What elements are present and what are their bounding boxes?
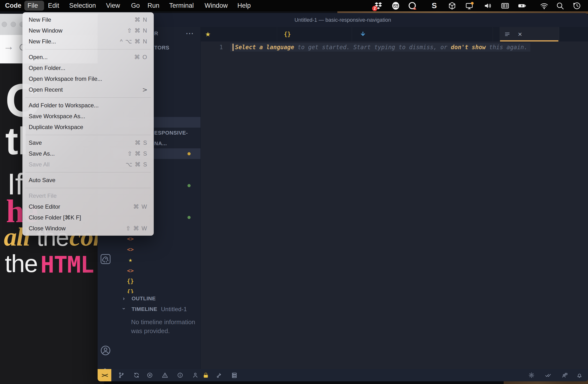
vscode-title-bar[interactable]: Untitled-1 — basic-responsive-navigation [98,13,588,27]
status-item-feedback[interactable] [562,372,568,379]
menu-separator [22,170,154,175]
svg-text:S: S [432,1,437,10]
html-code-icon: <> [127,244,134,255]
editor-tab-bar: ★{}×⋯ [201,27,588,42]
hint-link[interactable]: don't show [451,44,486,51]
menu-item-label: Auto Save [29,177,147,183]
menu-item-label: New File [29,16,134,23]
menu-item-label: Open Recent [29,86,142,93]
markdown-download-icon [359,31,367,38]
status-item-spell[interactable] [528,372,537,379]
file-menu-item-auto-save[interactable]: Auto Save [22,175,154,185]
menubar-item-selection[interactable]: Selection [68,0,97,11]
status-item-28[interactable] [177,372,185,379]
menu-item-shortcut: ⌘ O [134,54,147,61]
editor-pane[interactable]: 1 Select a language to get started. Star… [201,42,588,369]
file-menu-item-duplicate-workspace[interactable]: Duplicate Workspace [22,122,154,133]
remote-indicator[interactable]: >< [98,369,111,381]
menu-item-label: Close Window [29,225,126,232]
postgresql-icon[interactable] [100,253,111,265]
menubar-item-file[interactable]: File [26,0,39,11]
tray-sketch-icon[interactable]: S [430,1,440,10]
menubar-item-view[interactable]: View [105,0,121,11]
window-close-button[interactable] [2,22,7,27]
status-item-sync[interactable] [133,372,140,379]
more-actions-icon[interactable]: ⋯ [186,28,194,38]
file-menu-item-save-as[interactable]: Save As...⇧ ⌘ S [22,148,154,159]
file-menu-item-open-workspace-from-file[interactable]: Open Workspace from File... [22,73,154,84]
status-item-prettier[interactable] [545,372,553,379]
file-tree-item-index-html[interactable]: <> [113,265,201,276]
window-minimize-button[interactable] [11,22,16,27]
file-tree-item-contact-html[interactable]: <> [113,244,201,254]
tray-mail-icon[interactable] [391,1,401,10]
file-menu-item-open[interactable]: Open...⌘ O [22,52,154,63]
menu-item-label: Save Workspace As... [29,113,147,120]
tray-time-machine-icon[interactable] [573,1,582,10]
tray-input-menu-icon[interactable] [501,1,510,10]
menu-item-label: Revert File [29,192,147,199]
app-menu-code[interactable]: Code [4,0,22,11]
forward-icon[interactable]: → [3,40,14,52]
vscode-window: Untitled-1 — basic-responsive-navigation… [98,13,588,381]
file-tree-item-package-lock-j-[interactable]: {} [113,276,201,286]
menubar-item-terminal[interactable]: Terminal [168,0,195,11]
file-menu-item-close-editor[interactable]: Close Editor⌘ W [22,201,154,212]
file-menu-item-revert-file: Revert File [22,190,154,201]
editor-tab-package-json[interactable]: {} [279,27,352,42]
menu-item-label: Save All [29,161,126,168]
tray-display-icon[interactable] [465,1,475,10]
menubar-item-window[interactable]: Window [204,0,229,11]
accounts-icon[interactable] [100,345,111,356]
menu-item-label: Add Folder to Workspace... [29,102,147,109]
tray-volume-icon[interactable] [483,1,493,10]
file-menu-item-save[interactable]: Save⌘ S [22,137,154,148]
status-item-69[interactable] [162,372,170,379]
timeline-header[interactable]: › TIMELINE Untitled-1 [113,304,201,315]
status-item-master-[interactable] [118,372,126,379]
chevron-down-icon: › [119,308,129,310]
editor-tab-basic-responsive-navigation-md[interactable] [355,27,493,42]
warning-count-icon [162,372,168,379]
file-menu-item-close-window[interactable]: Close Window⇧ ⌘ W [22,223,154,234]
menubar-item-go[interactable]: Go [130,0,141,11]
file-tree-item-favicon-ico[interactable]: ★ [113,254,201,265]
status-item-maria[interactable] [192,372,209,379]
tray-search-icon[interactable] [556,1,565,10]
editor-tab-favicon-ico[interactable]: ★ [201,27,277,42]
notifications-bell-icon [576,372,583,379]
menu-item-shortcut: ⌥ ⌘ S [126,161,147,168]
status-item-live-share[interactable] [216,372,224,379]
tray-cube-icon[interactable] [448,1,457,10]
tray-wifi-icon[interactable] [540,1,549,10]
file-menu-item-open-recent[interactable]: Open Recent> [22,84,154,95]
json-braces-icon: {} [127,276,134,287]
status-item-0[interactable] [147,372,155,379]
tray-dropbox-icon[interactable]: 2 [374,1,384,10]
menubar-item-edit[interactable]: Edit [47,0,60,11]
close-tab-icon[interactable]: × [518,30,522,38]
file-menu-item-new-file[interactable]: New File⌘ N [22,14,154,25]
editor-tab-untitled-1[interactable]: × [500,27,559,42]
file-menu-item-close-folder-k-f[interactable]: Close Folder [⌘K F] [22,212,154,223]
macos-menu-bar: Code FileEditSelectionViewGoRunTerminalW… [0,0,588,11]
file-menu-item-open-folder[interactable]: Open Folder... [22,63,154,73]
file-menu-item-save-workspace-as[interactable]: Save Workspace As... [22,111,154,122]
file-menu-item-add-folder-to-workspace[interactable]: Add Folder to Workspace... [22,100,154,111]
sync-icon [133,372,140,379]
menubar-item-help[interactable]: Help [236,0,252,11]
text-cursor [232,44,233,51]
file-menu-item-new-file[interactable]: New File...^ ⌥ ⌘ N [22,36,154,47]
menu-item-shortcut: ⇧ ⌘ S [127,150,147,157]
file-menu-item-new-window[interactable]: New Window⇧ ⌘ N [22,25,154,36]
status-item-bell[interactable] [576,372,583,379]
hint-link[interactable]: Select a language [235,44,294,51]
tray-creative-cloud-icon[interactable] [408,1,418,10]
outline-header[interactable]: › OUTLINE [113,293,201,304]
git-branch-icon [118,372,125,379]
git-decoration-dot [188,184,191,187]
menu-item-label: Save As... [29,150,127,157]
menubar-item-run[interactable]: Run [147,0,161,11]
tray-battery-icon[interactable] [518,1,527,10]
status-item-select-postgres-server[interactable] [231,372,240,379]
